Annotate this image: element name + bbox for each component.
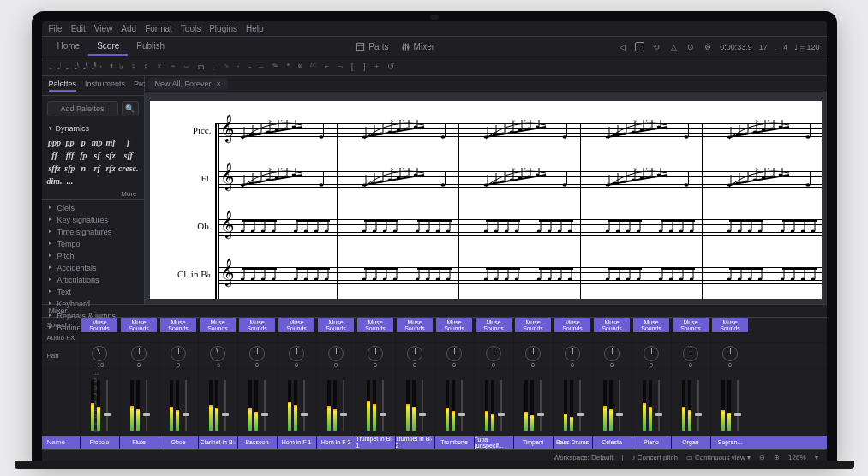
pan-knob[interactable] bbox=[683, 346, 698, 361]
pan-knob[interactable] bbox=[289, 346, 304, 361]
menu-edit[interactable]: Edit bbox=[71, 24, 86, 33]
tool-28[interactable]: + bbox=[374, 62, 380, 71]
tool-18[interactable]: ˗ bbox=[248, 62, 251, 71]
dynamics-header[interactable]: ▾Dynamics bbox=[42, 122, 144, 135]
palette-keyboard[interactable]: Keyboard bbox=[42, 298, 144, 310]
audiofx-slot[interactable] bbox=[434, 333, 474, 342]
audiofx-slot[interactable] bbox=[198, 333, 237, 342]
dynamic-mp[interactable]: mp bbox=[91, 137, 103, 148]
palette-key-signatures[interactable]: Key signatures bbox=[42, 214, 144, 226]
tab-home[interactable]: Home bbox=[49, 38, 89, 56]
menu-tools[interactable]: Tools bbox=[181, 24, 201, 33]
dynamic-mf[interactable]: mf bbox=[105, 137, 117, 148]
dynamic-rf[interactable]: rf bbox=[91, 163, 103, 174]
pan-knob[interactable] bbox=[131, 346, 147, 361]
parts-button[interactable]: Parts bbox=[356, 42, 388, 51]
dynamic-sffz[interactable]: sffz bbox=[47, 163, 63, 174]
audiofx-slot[interactable] bbox=[710, 333, 750, 342]
sound-chip[interactable]: Muse Sounds bbox=[318, 318, 354, 332]
pan-knob[interactable] bbox=[407, 346, 422, 361]
settings-icon[interactable]: ⚙ bbox=[703, 42, 713, 52]
sound-chip[interactable]: Muse Sounds bbox=[594, 318, 630, 332]
channel-name[interactable]: Bassoon bbox=[237, 436, 277, 449]
volume-fader[interactable] bbox=[303, 380, 305, 431]
channel-name[interactable]: Organ bbox=[671, 436, 710, 449]
score-viewport[interactable]: Picc.𝄞♯♯＞♯♯＞♯♯＞♯♯＞♯♯＞Fl.𝄞♯♯＞♯♯＞♯♯＞♯♯＞♯♯＞… bbox=[145, 92, 827, 304]
palette-accidentals[interactable]: Accidentals bbox=[42, 262, 144, 274]
channel-name[interactable]: Trumpet in B♭ 2 bbox=[395, 436, 434, 449]
sound-chip[interactable]: Muse Sounds bbox=[81, 318, 117, 332]
dynamic-dim.[interactable]: dim. bbox=[47, 176, 63, 187]
sound-chip[interactable]: Muse Sounds bbox=[712, 318, 748, 332]
tool-26[interactable]: [ bbox=[351, 62, 354, 71]
palette-clefs[interactable]: Clefs bbox=[42, 202, 144, 214]
dynamic-sf[interactable]: sf bbox=[91, 150, 103, 161]
pan-knob[interactable] bbox=[722, 346, 738, 361]
tool-20[interactable]: 𝆮 bbox=[272, 62, 278, 72]
tool-6[interactable]: · bbox=[100, 62, 103, 71]
menu-help[interactable]: Help bbox=[246, 24, 264, 33]
audiofx-slot[interactable] bbox=[356, 333, 395, 342]
palette-time-signatures[interactable]: Time signatures bbox=[42, 226, 144, 238]
dynamic-n[interactable]: n bbox=[77, 163, 89, 174]
sound-chip[interactable]: Muse Sounds bbox=[436, 318, 472, 332]
tool-19[interactable]: – bbox=[260, 62, 264, 71]
audiofx-slot[interactable] bbox=[671, 333, 710, 342]
dynamic-sfp[interactable]: sfp bbox=[64, 163, 76, 174]
left-tab-instruments[interactable]: Instruments bbox=[85, 80, 125, 92]
staff-picc[interactable]: Picc.𝄞♯♯＞♯♯＞♯♯＞♯♯＞♯♯＞ bbox=[218, 116, 822, 158]
tool-16[interactable]: > bbox=[224, 62, 229, 71]
volume-fader[interactable] bbox=[461, 380, 463, 431]
dynamic-rfz[interactable]: rfz bbox=[105, 163, 117, 174]
audiofx-slot[interactable] bbox=[395, 333, 434, 342]
dynamic-fff[interactable]: fff bbox=[64, 150, 76, 161]
tool-29[interactable]: ↺ bbox=[387, 62, 394, 71]
pan-knob[interactable] bbox=[486, 346, 501, 361]
tool-24[interactable]: ⌐ bbox=[325, 62, 330, 71]
pan-knob[interactable] bbox=[89, 343, 111, 364]
audiofx-slot[interactable] bbox=[592, 333, 632, 342]
tool-10[interactable]: ♯ bbox=[144, 62, 148, 71]
dynamic-cresc.[interactable]: cresc. bbox=[118, 163, 139, 174]
channel-name[interactable]: Trumpet in B♭ 1 bbox=[356, 436, 395, 449]
dynamic-p[interactable]: p bbox=[77, 137, 89, 148]
staff-clinb[interactable]: Cl. in B♭𝄞 bbox=[218, 260, 822, 299]
tab-score[interactable]: Score bbox=[88, 38, 128, 56]
channel-name[interactable]: Piccolo bbox=[80, 436, 119, 449]
channel-name[interactable]: Horn in F 1 bbox=[277, 436, 316, 449]
volume-fader[interactable] bbox=[185, 380, 187, 431]
close-icon[interactable]: × bbox=[217, 80, 221, 88]
channel-name[interactable]: Sopran... bbox=[710, 436, 750, 449]
sound-chip[interactable]: Muse Sounds bbox=[397, 318, 433, 332]
volume-fader[interactable] bbox=[697, 380, 699, 431]
menu-file[interactable]: File bbox=[49, 24, 63, 33]
audiofx-slot[interactable] bbox=[513, 333, 553, 342]
palette-tempo[interactable]: Tempo bbox=[42, 238, 144, 250]
sound-chip[interactable]: Muse Sounds bbox=[476, 318, 512, 332]
tool-25[interactable]: ¬ bbox=[338, 62, 343, 71]
volume-fader[interactable] bbox=[382, 380, 384, 431]
palette-pitch[interactable]: Pitch bbox=[42, 250, 144, 262]
loop-icon[interactable]: ⟲ bbox=[651, 42, 661, 52]
pan-knob[interactable] bbox=[604, 346, 620, 361]
sound-chip[interactable]: Muse Sounds bbox=[121, 318, 157, 332]
mixer-button[interactable]: Mixer bbox=[401, 42, 434, 51]
tool-21[interactable]: 𝆯 bbox=[287, 62, 290, 72]
volume-fader[interactable] bbox=[619, 380, 620, 431]
dynamic-ff[interactable]: ff bbox=[47, 150, 63, 161]
audiofx-slot[interactable] bbox=[316, 333, 356, 342]
dynamic-pp[interactable]: pp bbox=[64, 137, 76, 148]
pan-knob[interactable] bbox=[565, 346, 580, 361]
tool-12[interactable]: 𝄐 bbox=[171, 62, 176, 72]
audiofx-slot[interactable] bbox=[553, 333, 592, 342]
audiofx-slot[interactable] bbox=[159, 333, 198, 342]
channel-name[interactable]: Clarinet in B♭ bbox=[198, 436, 237, 449]
pan-knob[interactable] bbox=[249, 346, 265, 361]
dynamics-more[interactable]: More bbox=[42, 188, 144, 199]
document-tab[interactable]: New All, Forever× bbox=[148, 78, 228, 90]
audiofx-slot[interactable] bbox=[237, 333, 277, 342]
sound-chip[interactable]: Muse Sounds bbox=[200, 318, 236, 332]
channel-name[interactable]: Piano bbox=[632, 436, 671, 449]
audiofx-slot[interactable] bbox=[632, 333, 671, 342]
add-palettes-button[interactable]: Add Palettes bbox=[47, 101, 118, 116]
